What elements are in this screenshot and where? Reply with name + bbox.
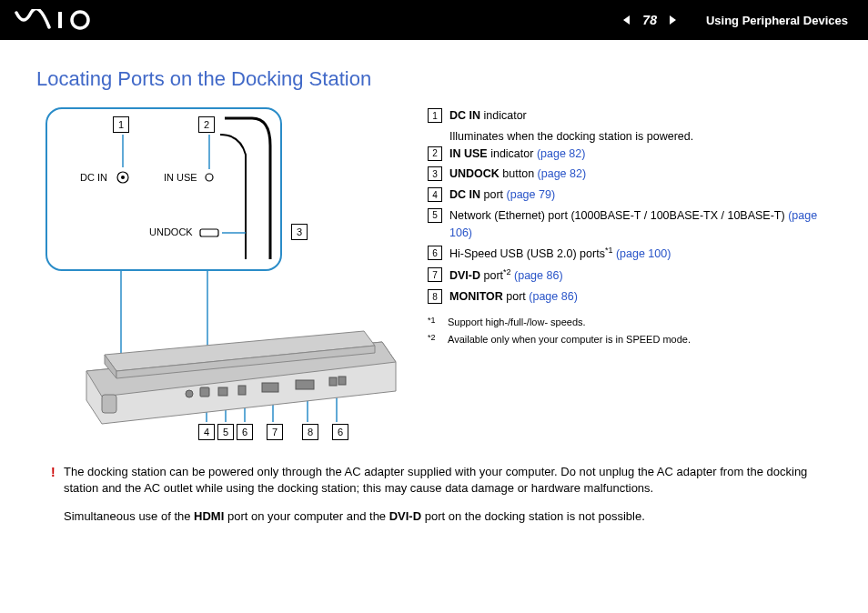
svg-rect-19 bbox=[218, 387, 227, 396]
page-heading: Locating Ports on the Docking Station bbox=[36, 67, 832, 91]
svg-rect-24 bbox=[338, 377, 346, 385]
section-title: Using Peripheral Devices bbox=[706, 14, 848, 27]
page-link[interactable]: (page 100) bbox=[616, 247, 671, 260]
legend-label: IN USE bbox=[449, 147, 488, 160]
legend-number: 7 bbox=[428, 267, 442, 282]
svg-point-4 bbox=[206, 174, 213, 181]
label-in-use: IN USE bbox=[164, 172, 197, 183]
legend-item-4: 4 DC IN port (page 79) bbox=[428, 186, 832, 204]
legend-number: 5 bbox=[428, 208, 442, 223]
svg-rect-18 bbox=[200, 387, 209, 397]
legend-number: 4 bbox=[428, 187, 442, 202]
dock-illustration bbox=[36, 307, 400, 435]
legend-number: 3 bbox=[428, 166, 442, 181]
legend-label: DC IN bbox=[449, 188, 480, 201]
footnote-2: *2 Available only when your computer is … bbox=[428, 332, 832, 347]
label-dc-in: DC IN bbox=[80, 172, 107, 183]
callout-7: 7 bbox=[267, 424, 283, 440]
legend-sub-1: Illuminates when the docking station is … bbox=[449, 128, 832, 146]
footnote-1: *1 Support high-/full-/low- speeds. bbox=[428, 315, 832, 330]
footnote-mark: *1 bbox=[428, 315, 440, 330]
page-link[interactable]: (page 79) bbox=[507, 188, 556, 201]
note-paragraph: Simultaneous use of the HDMI port on you… bbox=[36, 508, 832, 525]
callout-6b: 6 bbox=[332, 424, 348, 440]
bottom-callouts: 4 5 6 7 8 6 bbox=[198, 424, 348, 440]
svg-rect-25 bbox=[102, 395, 116, 413]
page-link[interactable]: (page 82) bbox=[538, 167, 587, 180]
bold-dvid: DVI-D bbox=[389, 509, 421, 523]
legend-number: 6 bbox=[428, 246, 442, 260]
bold-hdmi: HDMI bbox=[194, 509, 224, 523]
legend-label: UNDOCK bbox=[449, 167, 500, 180]
page-link[interactable]: (page 86) bbox=[529, 290, 578, 303]
page-link[interactable]: (page 82) bbox=[537, 147, 586, 160]
label-undock: UNDOCK bbox=[149, 226, 193, 237]
callout-6a: 6 bbox=[237, 424, 253, 440]
warning-icon: ! bbox=[51, 464, 56, 481]
callout-2: 2 bbox=[198, 116, 215, 133]
svg-rect-22 bbox=[296, 380, 314, 389]
legend-item-3: 3 UNDOCK button (page 82) bbox=[428, 166, 832, 183]
svg-rect-20 bbox=[238, 386, 246, 395]
callout-1: 1 bbox=[113, 116, 129, 133]
svg-rect-0 bbox=[58, 12, 62, 28]
callout-8: 8 bbox=[302, 424, 318, 440]
legend-item-8: 8 MONITOR port (page 86) bbox=[428, 288, 832, 306]
legend-label: DC IN bbox=[449, 109, 480, 122]
prev-page-button[interactable] bbox=[621, 14, 633, 26]
footnote-text: Available only when your computer is in … bbox=[448, 332, 691, 347]
svg-point-3 bbox=[121, 176, 125, 179]
callout-5: 5 bbox=[217, 424, 234, 440]
legend-number: 1 bbox=[428, 108, 442, 123]
content-area: Locating Ports on the Docking Station DC… bbox=[0, 40, 868, 525]
vaio-logo bbox=[15, 9, 115, 31]
svg-rect-23 bbox=[329, 377, 337, 386]
header-bar: 78 Using Peripheral Devices bbox=[0, 0, 868, 40]
svg-rect-5 bbox=[200, 229, 218, 236]
legend-item-6: 6 Hi-Speed USB (USB 2.0) ports*1 (page 1… bbox=[428, 245, 832, 263]
header-right: 78 Using Peripheral Devices bbox=[621, 13, 853, 27]
legend-item-5: 5 Network (Ethernet) port (1000BASE-T / … bbox=[428, 207, 832, 242]
callout-3: 3 bbox=[291, 224, 308, 240]
warning-block: ! The docking station can be powered onl… bbox=[36, 464, 832, 496]
legend-number: 2 bbox=[428, 146, 442, 161]
legend-label: MONITOR bbox=[449, 290, 503, 303]
warning-text: The docking station can be powered only … bbox=[64, 465, 807, 495]
page-link[interactable]: (page 86) bbox=[514, 269, 563, 282]
legend-item-2: 2 IN USE indicator (page 82) bbox=[428, 146, 832, 163]
legend-item-7: 7 DVI-D port*2 (page 86) bbox=[428, 266, 832, 285]
footnote-mark: *2 bbox=[428, 332, 440, 347]
legend-item-1: 1 DC IN indicator bbox=[428, 107, 832, 125]
footnote-mark: *2 bbox=[503, 267, 511, 276]
legend-label: DVI-D bbox=[449, 269, 480, 282]
legend-number: 8 bbox=[428, 289, 442, 304]
legend-list: 1 DC IN indicator Illuminates when the d… bbox=[428, 107, 832, 444]
svg-rect-21 bbox=[262, 383, 278, 392]
footnote-text: Support high-/full-/low- speeds. bbox=[448, 315, 586, 330]
callout-4: 4 bbox=[198, 424, 215, 440]
svg-point-1 bbox=[72, 12, 88, 28]
diagram-inset: DC IN IN USE UNDOCK bbox=[45, 107, 282, 271]
next-page-button[interactable] bbox=[666, 14, 679, 26]
page-number: 78 bbox=[642, 13, 657, 27]
docking-station-diagram: DC IN IN USE UNDOCK 1 2 bbox=[36, 107, 400, 444]
svg-point-17 bbox=[186, 390, 193, 397]
